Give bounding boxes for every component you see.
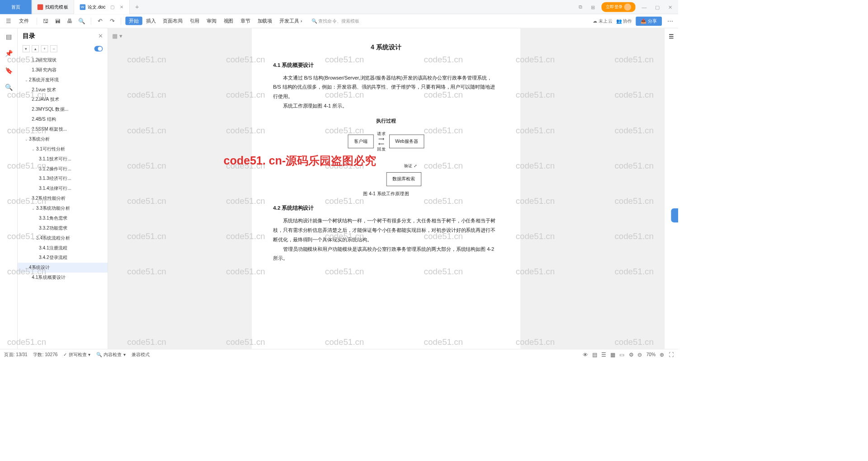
toc-item[interactable]: 3.1.1技术可行... bbox=[18, 154, 108, 164]
cloud-status[interactable]: ☁ 未上云 bbox=[593, 18, 613, 24]
toc-item[interactable]: 3.4.2登录流程 bbox=[18, 253, 108, 263]
tab-close-icon[interactable]: ✕ bbox=[120, 4, 124, 9]
menu-引用[interactable]: 引用 bbox=[186, 17, 203, 25]
toc-item[interactable]: 1.3研究内容 bbox=[18, 65, 108, 75]
doc-options-icon[interactable]: ▦ ▾ bbox=[112, 33, 122, 39]
toc-item[interactable]: 3.1.3经济可行... bbox=[18, 174, 108, 183]
word-count[interactable]: 字数: 10276 bbox=[33, 352, 57, 358]
heading-41: 4.1 系统概要设计 bbox=[273, 60, 499, 70]
toc-item[interactable]: 2.5SSM 框架技... bbox=[18, 124, 108, 134]
view-web-icon[interactable]: ▦ bbox=[610, 352, 615, 358]
toc-item[interactable]: 3.3.1角色需求 bbox=[18, 213, 108, 223]
page: 4 系统设计 4.1 系统概要设计 本文通过 B/S 结构(Browser/Se… bbox=[252, 28, 520, 349]
diagram-caption: 图 4-1 系统工作原理图 bbox=[273, 189, 499, 198]
toc-item[interactable]: 2.3MYSQL 数据... bbox=[18, 104, 108, 114]
toc-item[interactable]: 3.1.2操作可行... bbox=[18, 164, 108, 174]
spellcheck-button[interactable]: ✓ 拼写检查 ▾ bbox=[63, 352, 91, 358]
search-input[interactable]: 🔍 查找命令、搜索模板 bbox=[308, 16, 362, 25]
save-as-icon[interactable]: 🖬 bbox=[53, 16, 62, 25]
menu-插入[interactable]: 插入 bbox=[142, 17, 160, 25]
tab-window-icon[interactable]: ▢ bbox=[110, 4, 114, 9]
file-menu[interactable]: 文件 bbox=[15, 16, 33, 25]
outline-icon[interactable]: ▤ bbox=[5, 33, 13, 41]
minimize-icon[interactable]: ― bbox=[640, 4, 649, 10]
titlebar: 首页 找稻壳模板 W 论文.doc ▢ ✕ + ⧉ ⊞ 立即登录 ― ▢ ✕ bbox=[0, 0, 678, 14]
menu-加载项[interactable]: 加载项 bbox=[254, 17, 276, 25]
undo-icon[interactable]: ↶ bbox=[95, 16, 104, 25]
compat-mode[interactable]: 兼容模式 bbox=[132, 352, 150, 358]
print-icon[interactable]: 🖶 bbox=[66, 16, 75, 25]
toc-item[interactable]: ⌄3系统分析 bbox=[18, 134, 108, 144]
collab-button[interactable]: 👥 协作 bbox=[616, 18, 632, 24]
toc-item[interactable]: 4.1系统概要设计 bbox=[18, 273, 108, 282]
settings-icon[interactable]: ⚙ bbox=[629, 352, 633, 358]
document-area[interactable]: ▦ ▾ 4 系统设计 4.1 系统概要设计 本文通过 B/S 结构(Browse… bbox=[108, 28, 664, 349]
pin-icon[interactable]: 📌 bbox=[5, 49, 13, 58]
menu-章节[interactable]: 章节 bbox=[237, 17, 254, 25]
toc-item[interactable]: ⌄3.1可行性分析 bbox=[18, 144, 108, 154]
page-indicator[interactable]: 页面: 13/31 bbox=[4, 352, 27, 358]
menu-视图[interactable]: 视图 bbox=[220, 17, 237, 25]
menu-审阅[interactable]: 审阅 bbox=[203, 17, 220, 25]
layout-icon[interactable]: ⧉ bbox=[577, 4, 585, 10]
heading-42: 4.2 系统结构设计 bbox=[273, 203, 499, 213]
toc-item[interactable]: ⌄2系统开发环境 bbox=[18, 75, 108, 85]
menu-页面布局[interactable]: 页面布局 bbox=[159, 17, 186, 25]
content-check-button[interactable]: 🔍 内容检查 ▾ bbox=[96, 352, 126, 358]
toc-item[interactable]: 3.3.2功能需求 bbox=[18, 223, 108, 233]
close-icon[interactable]: ✕ bbox=[666, 4, 675, 10]
tab-document[interactable]: W 论文.doc ▢ ✕ bbox=[74, 0, 129, 14]
menu-icon[interactable]: ☰ bbox=[4, 16, 13, 25]
search-panel-icon[interactable]: 🔍 bbox=[5, 83, 13, 92]
add-icon[interactable]: + bbox=[41, 45, 48, 52]
zoom-in-icon[interactable]: ⊕ bbox=[660, 352, 664, 358]
save-icon[interactable]: 🖫 bbox=[41, 16, 50, 25]
toc-item[interactable]: 3.2系统性能分析 bbox=[18, 193, 108, 203]
toc-item[interactable]: 3.1.4法律可行... bbox=[18, 183, 108, 193]
remove-icon[interactable]: − bbox=[50, 45, 57, 52]
share-button[interactable]: 📤 分享 bbox=[636, 16, 662, 25]
feedback-tab[interactable] bbox=[671, 208, 678, 222]
toc-item[interactable]: 2.1vue 技术 bbox=[18, 85, 108, 95]
view-read-icon[interactable]: ▭ bbox=[619, 352, 624, 358]
diagram-box-db: 数据库检索 bbox=[386, 172, 421, 186]
more-icon[interactable]: ⋯ bbox=[665, 16, 675, 25]
tab-home[interactable]: 首页 bbox=[0, 0, 32, 14]
toggle-badge[interactable] bbox=[94, 46, 103, 52]
paragraph: 管理员功能模块和用户功能模块是该高校办公室行政事务管理系统的两大部分，系统结构如… bbox=[273, 244, 499, 263]
toc-item[interactable]: 1.2研究现状 bbox=[18, 55, 108, 65]
view-page-icon[interactable]: ▤ bbox=[592, 352, 597, 358]
right-panel-toggle[interactable]: ☰ bbox=[664, 28, 678, 349]
expand-all-icon[interactable]: ▴ bbox=[32, 45, 39, 52]
panel-toggle-icon[interactable]: ☰ bbox=[669, 33, 674, 348]
fullscreen-icon[interactable]: ⛶ bbox=[669, 352, 674, 358]
diagram-box-server: Web服务器 bbox=[389, 135, 425, 148]
view-outline-icon[interactable]: ☰ bbox=[601, 352, 606, 358]
paragraph: 本文通过 B/S 结构(Browser/Server,浏览器/服务器结构)开发的… bbox=[273, 73, 499, 101]
diagram-title: 执行过程 bbox=[273, 116, 499, 126]
toc-item[interactable]: ⌄3.4系统流程分析 bbox=[18, 233, 108, 243]
avatar-icon bbox=[624, 3, 631, 10]
zoom-level[interactable]: 70% bbox=[646, 352, 656, 358]
new-tab-button[interactable]: + bbox=[129, 3, 144, 10]
outline-title: 目录 bbox=[23, 32, 35, 40]
toc-item[interactable]: 3.4.1注册流程 bbox=[18, 243, 108, 253]
toc-item[interactable]: 2.2JAVA 技术 bbox=[18, 94, 108, 104]
template-icon bbox=[38, 4, 43, 10]
login-button[interactable]: 立即登录 bbox=[601, 2, 635, 12]
menu-开发工具[interactable]: 开发工具 › bbox=[276, 17, 306, 25]
bookmark-icon[interactable]: 🔖 bbox=[5, 66, 13, 75]
redo-icon[interactable]: ↷ bbox=[108, 16, 117, 25]
maximize-icon[interactable]: ▢ bbox=[653, 4, 662, 10]
outline-close-icon[interactable]: ✕ bbox=[98, 33, 103, 39]
tab-template[interactable]: 找稻壳模板 bbox=[32, 0, 74, 14]
toc-item[interactable]: 2.4B/S 结构 bbox=[18, 114, 108, 124]
menu-开始[interactable]: 开始 bbox=[125, 17, 142, 25]
toc-item[interactable]: ⌄4系统设计 bbox=[18, 263, 108, 273]
apps-icon[interactable]: ⊞ bbox=[589, 4, 597, 10]
zoom-out-icon[interactable]: ⊖ bbox=[637, 352, 642, 358]
preview-icon[interactable]: 🔍 bbox=[77, 16, 86, 25]
toc-item[interactable]: ⌄3.3系统功能分析 bbox=[18, 203, 108, 213]
collapse-all-icon[interactable]: ▾ bbox=[23, 45, 30, 52]
view-eye-icon[interactable]: 👁 bbox=[583, 352, 588, 358]
